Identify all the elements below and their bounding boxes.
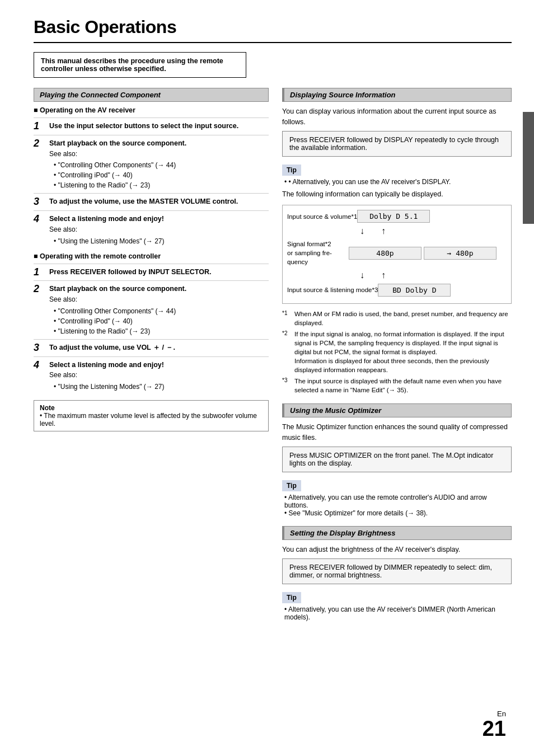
step-sub-av-2: See also: (49, 150, 77, 158)
step-main-av-4: Select a listening mode and enjoy! (49, 215, 164, 223)
step-num-av-4: 4 (34, 214, 49, 225)
footnote-1: *1 When AM or FM radio is used, the band… (282, 309, 512, 327)
section-displaying-title: Displaying Source Information (282, 88, 512, 102)
instruction-box-brightness: Press RECEIVER followed by DIMMER repeat… (282, 558, 512, 584)
display-label-1-text: Input source & volume*1 (287, 213, 357, 220)
display-screen-2a: 480p (349, 247, 421, 260)
note-box: Note • The maximum master volume level i… (34, 400, 269, 431)
footnote-2: *2 If the input signal is analog, no for… (282, 330, 512, 374)
display-screen-2b: → 480p (424, 247, 496, 260)
footnote-3: *3 The input source is displayed with th… (282, 377, 512, 395)
intro-box: This manual describes the procedure usin… (34, 52, 246, 78)
page-title: Basic Operations (34, 17, 512, 37)
step-remote-1: 1 Press RECEIVER followed by INPUT SELEC… (34, 264, 269, 281)
section-music-optimizer: Using the Music Optimizer The Music Opti… (282, 403, 512, 517)
instruction-box-music: Press MUSIC OPTIMIZER on the front panel… (282, 447, 512, 472)
instruction-brightness-text: Press RECEIVER followed by DIMMER repeat… (289, 564, 492, 579)
display-row-3: Input source & listening mode*3 BD Dolby… (287, 284, 507, 297)
title-divider (34, 42, 512, 43)
bullet-av-4-1: "Using the Listening Modes" (→ 27) (54, 236, 269, 246)
step-main-av-2: Start playback on the source component. (49, 139, 186, 147)
right-tab (523, 112, 534, 224)
note-title: Note (40, 404, 55, 412)
display-label-3-text: Input source & listening mode*3 (287, 287, 378, 293)
section-displaying: Displaying Source Information You can di… (282, 88, 512, 395)
step-content-remote-3: To adjust the volume, use VOL ＋ / －. (49, 342, 269, 353)
bullet-remote-2-2: "Controlling iPod" (→ 40) (54, 316, 269, 326)
display-arrows-1: ↓ ↑ (287, 225, 507, 237)
footnote-text-2: If the input signal is analog, no format… (294, 330, 512, 374)
tip-label-3: Tip (282, 592, 301, 603)
display-row-1: Input source & volume*1 Dolby D 5.1 (287, 210, 507, 223)
step-remote-4: 4 Select a listening mode and enjoy! See… (34, 356, 269, 395)
step-content-av-2: Start playback on the source component. … (49, 138, 269, 191)
step-content-av-3: To adjust the volume, use the MASTER VOL… (49, 196, 269, 207)
step-num-av-2: 2 (34, 138, 49, 149)
sub-header-av-text: Operating on the AV receiver (40, 106, 135, 114)
arrow-down-2: ↓ (360, 270, 364, 280)
display-label-1: Input source & volume*1 (287, 212, 357, 221)
display-screen-3: BD Dolby D (378, 284, 451, 297)
tip-1-text: • Alternatively, you can use the AV rece… (282, 178, 512, 186)
step-sub-remote-2: See also: (49, 295, 77, 303)
step-sub-av-4: See also: (49, 226, 77, 233)
left-column: Playing the Connected Component Operatin… (34, 88, 269, 630)
instruction-box-display: Press RECEIVER followed by DISPLAY repea… (282, 131, 512, 157)
section-music-title: Using the Music Optimizer (282, 403, 512, 417)
bullet-list-av-4: "Using the Listening Modes" (→ 27) (49, 236, 269, 246)
step-content-remote-1: Press RECEIVER followed by INPUT SELECTO… (49, 267, 269, 278)
step-num-av-3: 3 (34, 196, 49, 208)
step-num-remote-1: 1 (34, 267, 49, 278)
note-text: • The maximum master volume level is aff… (40, 412, 263, 428)
main-content: Playing the Connected Component Operatin… (34, 88, 512, 630)
bullet-list-remote-4: "Using the Listening Modes" (→ 27) (49, 382, 269, 392)
right-column: Displaying Source Information You can di… (282, 88, 512, 630)
steps-av: 1 Use the input selector buttons to sele… (34, 118, 269, 249)
step-num-remote-3: 3 (34, 342, 49, 354)
following-text: The following information can typically … (282, 189, 512, 200)
tip-3-1: Alternatively, you can use the AV receiv… (282, 605, 512, 621)
display-row-2: Signal format*2or sampling fre-quency 48… (287, 240, 507, 266)
step-content-av-1: Use the input selector buttons to select… (49, 121, 269, 132)
sub-header-remote: Operating with the remote controller (34, 252, 269, 260)
bullet-av-2-2: "Controlling iPod" (→ 40) (54, 170, 269, 180)
arrow-up-2: ↑ (381, 270, 386, 280)
step-content-av-4: Select a listening mode and enjoy! See a… (49, 214, 269, 246)
step-main-av-1: Use the input selector buttons to select… (49, 122, 238, 130)
step-content-remote-2: Start playback on the source component. … (49, 284, 269, 336)
tip-label-2: Tip (282, 480, 301, 491)
step-main-remote-2: Start playback on the source component. (49, 285, 186, 293)
steps-remote: 1 Press RECEIVER followed by INPUT SELEC… (34, 264, 269, 395)
step-num-remote-2: 2 (34, 284, 49, 295)
bullet-list-remote-2: "Controlling Other Components" (→ 44) "C… (49, 306, 269, 336)
display-label-3: Input source & listening mode*3 (287, 285, 378, 294)
step-content-remote-4: Select a listening mode and enjoy! See a… (49, 360, 269, 392)
tip-label-1: Tip (282, 165, 301, 176)
tip-content-2: Alternatively, you can use the remote co… (282, 494, 512, 517)
tip-content-3: Alternatively, you can use the AV receiv… (282, 605, 512, 621)
bullet-list-av-2: "Controlling Other Components" (→ 44) "C… (49, 160, 269, 190)
display-diagram: Input source & volume*1 Dolby D 5.1 ↓ ↑ … (282, 205, 512, 303)
footnote-list: *1 When AM or FM radio is used, the band… (282, 309, 512, 395)
step-remote-3: 3 To adjust the volume, use VOL ＋ / －. (34, 339, 269, 356)
arrow-up-1: ↑ (381, 226, 386, 236)
arrow-down-1: ↓ (360, 226, 364, 236)
footnote-num-3: *3 (282, 377, 294, 395)
footnote-num-2: *2 (282, 330, 294, 374)
sub-header-av: Operating on the AV receiver (34, 106, 269, 114)
section-brightness: Setting the Display Brightness You can a… (282, 526, 512, 621)
instruction-display-text: Press RECEIVER followed by DISPLAY repea… (289, 136, 499, 152)
footnote-text-3: The input source is displayed with the d… (294, 377, 512, 395)
step-sub-remote-4: See also: (49, 371, 77, 379)
footnote-num-1: *1 (282, 309, 294, 327)
page-number-value: 21 (483, 718, 506, 739)
bullet-av-2-1: "Controlling Other Components" (→ 44) (54, 160, 269, 170)
display-arrows-2: ↓ ↑ (287, 269, 507, 281)
section-brightness-intro: You can adjust the brightness of the AV … (282, 544, 512, 555)
step-main-remote-1: Press RECEIVER followed by INPUT SELECTO… (49, 268, 211, 276)
step-remote-2: 2 Start playback on the source component… (34, 280, 269, 339)
section-displaying-intro: You can display various information abou… (282, 106, 512, 128)
footnote-text-1: When AM or FM radio is used, the band, p… (294, 309, 512, 327)
step-av-2: 2 Start playback on the source component… (34, 135, 269, 194)
bullet-remote-4-1: "Using the Listening Modes" (→ 27) (54, 382, 269, 392)
